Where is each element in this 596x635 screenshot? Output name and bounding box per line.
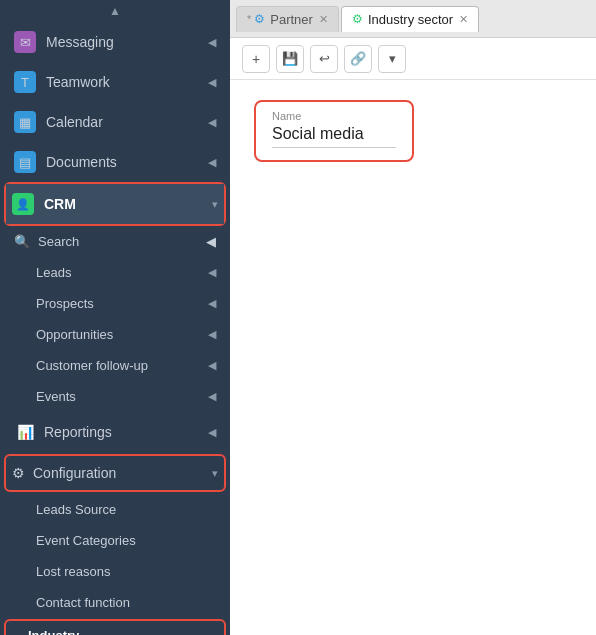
sidebar-item-leads[interactable]: Leads ◀ — [0, 257, 230, 288]
sidebar-label-reportings: Reportings — [44, 424, 112, 440]
tab-modified-star-partner: * — [247, 13, 251, 25]
more-chevron-icon: ▾ — [389, 51, 396, 66]
customer-follow-up-arrow: ◀ — [208, 359, 216, 372]
sidebar-label-leads: Leads — [36, 265, 71, 280]
sidebar-label-customer-follow-up: Customer follow-up — [36, 358, 148, 373]
sidebar-item-teamwork[interactable]: T Teamwork ◀ — [0, 62, 230, 102]
link-button[interactable]: 🔗 — [344, 45, 372, 73]
more-button[interactable]: ▾ — [378, 45, 406, 73]
crm-section: 👤 CRM ▾ — [4, 182, 226, 226]
configuration-gear-icon: ⚙ — [12, 465, 25, 481]
add-button[interactable]: + — [242, 45, 270, 73]
sidebar-item-lost-reasons[interactable]: Lost reasons — [0, 556, 230, 587]
sidebar-item-leads-source[interactable]: Leads Source — [0, 494, 230, 525]
documents-arrow: ◀ — [208, 156, 216, 169]
sidebar-item-contact-function[interactable]: Contact function — [0, 587, 230, 618]
search-arrow: ◀ — [206, 234, 216, 249]
messaging-icon: ✉ — [14, 31, 36, 53]
sidebar-item-configuration[interactable]: ⚙ Configuration ▾ — [6, 456, 224, 490]
name-field-underline — [272, 147, 396, 148]
prospects-arrow: ◀ — [208, 297, 216, 310]
sidebar-item-prospects[interactable]: Prospects ◀ — [0, 288, 230, 319]
sidebar-label-messaging: Messaging — [46, 34, 114, 50]
sidebar-item-reportings[interactable]: 📊 Reportings ◀ — [0, 412, 230, 452]
tab-label-industry-sector: Industry sector — [368, 12, 453, 27]
messaging-arrow: ◀ — [208, 36, 216, 49]
sidebar-label-events: Events — [36, 389, 76, 404]
tab-label-partner: Partner — [270, 12, 313, 27]
industry-highlight-wrapper: Industry — [4, 619, 226, 635]
events-arrow: ◀ — [208, 390, 216, 403]
tab-close-partner[interactable]: ✕ — [319, 13, 328, 26]
undo-icon: ↩ — [319, 51, 330, 66]
tab-bar: * ⚙ Partner ✕ ⚙ Industry sector ✕ — [230, 0, 596, 38]
partner-tab-gear-icon: ⚙ — [254, 12, 265, 26]
sidebar-label-prospects: Prospects — [36, 296, 94, 311]
teamwork-arrow: ◀ — [208, 76, 216, 89]
sidebar-collapse-arrow[interactable]: ▲ — [0, 0, 230, 22]
sidebar-item-documents[interactable]: ▤ Documents ◀ — [0, 142, 230, 182]
opportunities-arrow: ◀ — [208, 328, 216, 341]
sidebar-item-industry[interactable]: Industry — [6, 621, 224, 635]
save-icon: 💾 — [282, 51, 298, 66]
sidebar-item-crm[interactable]: 👤 CRM ▾ — [6, 184, 224, 224]
sidebar-label-industry: Industry — [28, 628, 79, 635]
save-button[interactable]: 💾 — [276, 45, 304, 73]
sidebar-label-calendar: Calendar — [46, 114, 103, 130]
leads-arrow: ◀ — [208, 266, 216, 279]
undo-button[interactable]: ↩ — [310, 45, 338, 73]
sidebar-item-event-categories[interactable]: Event Categories — [0, 525, 230, 556]
calendar-arrow: ◀ — [208, 116, 216, 129]
configuration-expand-arrow: ▾ — [212, 467, 218, 480]
reportings-arrow: ◀ — [208, 426, 216, 439]
sidebar-label-teamwork: Teamwork — [46, 74, 110, 90]
search-icon: 🔍 — [14, 234, 30, 249]
sidebar-label-search: Search — [38, 234, 79, 249]
sidebar: ▲ ✉ Messaging ◀ T Teamwork ◀ ▦ Calendar … — [0, 0, 230, 635]
name-field-value[interactable]: Social media — [272, 125, 396, 143]
tab-partner[interactable]: * ⚙ Partner ✕ — [236, 6, 339, 32]
sidebar-label-configuration: Configuration — [33, 465, 116, 481]
sidebar-label-event-categories: Event Categories — [36, 533, 136, 548]
crm-icon: 👤 — [12, 193, 34, 215]
sidebar-label-lost-reasons: Lost reasons — [36, 564, 110, 579]
industry-tab-gear-icon: ⚙ — [352, 12, 363, 26]
sidebar-label-crm: CRM — [44, 196, 76, 212]
sidebar-label-leads-source: Leads Source — [36, 502, 116, 517]
teamwork-icon: T — [14, 71, 36, 93]
main-content: * ⚙ Partner ✕ ⚙ Industry sector ✕ + 💾 ↩ … — [230, 0, 596, 635]
link-icon: 🔗 — [350, 51, 366, 66]
sidebar-item-events[interactable]: Events ◀ — [0, 381, 230, 412]
crm-expand-arrow: ▾ — [212, 198, 218, 211]
reportings-icon: 📊 — [14, 421, 36, 443]
sidebar-label-contact-function: Contact function — [36, 595, 130, 610]
name-field-label: Name — [272, 110, 396, 122]
sidebar-item-search[interactable]: 🔍 Search ◀ — [0, 226, 230, 257]
form-area: Name Social media — [230, 80, 596, 635]
sidebar-item-opportunities[interactable]: Opportunities ◀ — [0, 319, 230, 350]
documents-icon: ▤ — [14, 151, 36, 173]
sidebar-label-documents: Documents — [46, 154, 117, 170]
toolbar: + 💾 ↩ 🔗 ▾ — [230, 38, 596, 80]
calendar-icon: ▦ — [14, 111, 36, 133]
sidebar-item-messaging[interactable]: ✉ Messaging ◀ — [0, 22, 230, 62]
sidebar-item-customer-follow-up[interactable]: Customer follow-up ◀ — [0, 350, 230, 381]
tab-close-industry-sector[interactable]: ✕ — [459, 13, 468, 26]
name-field-group: Name Social media — [254, 100, 414, 162]
configuration-section: ⚙ Configuration ▾ — [4, 454, 226, 492]
sidebar-label-opportunities: Opportunities — [36, 327, 113, 342]
sidebar-item-calendar[interactable]: ▦ Calendar ◀ — [0, 102, 230, 142]
tab-industry-sector[interactable]: ⚙ Industry sector ✕ — [341, 6, 479, 32]
